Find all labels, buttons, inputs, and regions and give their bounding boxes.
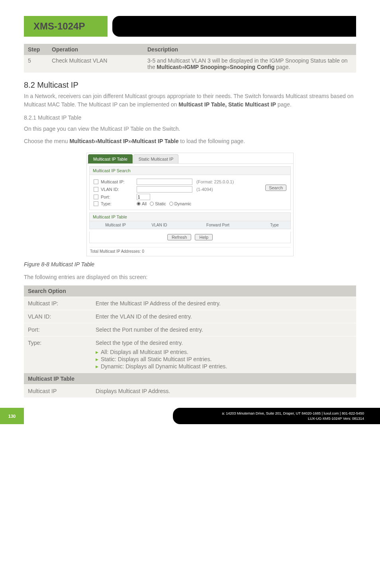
tab-multicast-ip-table[interactable]: Multicast IP Table	[88, 154, 133, 163]
col-operation: Operation	[48, 44, 143, 55]
header-bar: XMS-1024P	[24, 16, 356, 37]
label-type: Type:	[101, 201, 137, 206]
checkbox-vlan-id[interactable]	[94, 187, 98, 192]
step-table: Step Operation Description 5 Check Multi…	[24, 44, 356, 73]
radio-dynamic[interactable]: Dynamic	[169, 201, 192, 206]
subsection-title: 8.2.1 Multicast IP Table	[24, 114, 356, 121]
choose-text: Choose the menu Multicast››Multicast IP›…	[24, 137, 356, 146]
radio-icon	[137, 202, 141, 206]
desc-bold: Multicast››IGMP Snooping››Snooping Confi…	[157, 64, 274, 70]
figure-total-addresses: Total Multicast IP Addresses: 0	[90, 247, 291, 254]
figure-screenshot: Multicast IP Table Static Multicast IP M…	[86, 153, 294, 256]
type-desc-text: Select the type of the desired entry.	[96, 340, 183, 346]
radio-static-label: Static	[155, 201, 166, 206]
help-button[interactable]: Help	[195, 234, 213, 240]
bullet-dynamic: Dynamic: Displays all Dynamic Multicast …	[96, 363, 352, 370]
search-option-header: Search Option	[24, 285, 356, 297]
description-cell: 3-5 and Multicast VLAN 3 will be display…	[143, 55, 356, 73]
operation-cell: Check Multicast VLAN	[48, 55, 143, 73]
checkbox-port[interactable]	[94, 195, 98, 199]
refresh-button[interactable]: Refresh	[167, 234, 192, 240]
footer-address: a: 14203 Minuteman Drive, Suite 201, Dra…	[197, 411, 364, 416]
col-description: Description	[143, 44, 356, 55]
opt-desc-vlan: Enter the VLAN ID of the desired entry.	[92, 310, 356, 323]
input-multicast-ip[interactable]	[137, 179, 192, 185]
desc-text-end: page.	[274, 64, 290, 70]
section-title: 8.2 Multicast IP	[24, 81, 356, 90]
bullet-static: Static: Displays all Static Multicast IP…	[96, 356, 352, 363]
col-multicast-ip: Multicast IP	[90, 221, 141, 229]
radio-group-type: All Static Dynamic	[137, 201, 192, 206]
radio-all-label: All	[142, 201, 147, 206]
radio-icon	[169, 202, 173, 206]
col-type: Type	[259, 221, 290, 229]
label-vlan-id: VLAN ID:	[101, 187, 137, 192]
subsection-text: On this page you can view the Multicast …	[24, 125, 356, 133]
input-vlan-id[interactable]	[137, 186, 192, 193]
radio-icon	[150, 202, 154, 206]
footer-info: a: 14203 Minuteman Drive, Suite 201, Dra…	[173, 408, 380, 424]
options-table: Search Option Multicast IP: Enter the Mu…	[24, 285, 356, 397]
step-cell: 5	[24, 55, 48, 73]
type-bullets: All: Displays all Multicast IP entries. …	[96, 348, 352, 370]
radio-dynamic-label: Dynamic	[174, 201, 192, 206]
opt-desc-mip: Enter the Multicast IP Address of the de…	[92, 297, 356, 310]
opt-label-type: Type:	[24, 336, 92, 374]
choose-pre: Choose the menu	[24, 138, 69, 144]
iptable-header-row: Multicast IP VLAN ID Forward Port Type	[89, 221, 291, 229]
checkbox-multicast-ip[interactable]	[94, 179, 98, 184]
choose-post: to load the following page.	[178, 138, 245, 144]
panel-search-title: Multicast IP Search	[89, 166, 291, 175]
checkbox-type[interactable]	[94, 201, 98, 206]
radio-all[interactable]: All	[137, 201, 147, 206]
opt-label-mip: Multicast IP:	[24, 297, 92, 310]
figure-caption: Figure 8-8 Multicast IP Table	[24, 261, 356, 267]
section-intro: In a Network, receivers can join differe…	[24, 92, 356, 109]
opt-label-multicast-ip: Multicast IP	[24, 385, 92, 398]
opt-desc-port: Select the Port number of the desired en…	[92, 323, 356, 336]
product-tab: XMS-1024P	[24, 16, 108, 37]
panel-iptable-title: Multicast IP Table	[89, 212, 291, 221]
search-button[interactable]: Search	[265, 185, 286, 191]
figure-buttons: Refresh Help	[89, 232, 291, 243]
intro-post: page.	[276, 101, 292, 108]
hint-mip-format: (Format: 225.0.0.1)	[196, 179, 234, 184]
table-row: 5 Check Multicast VLAN 3-5 and Multicast…	[24, 55, 356, 73]
opt-desc-type: Select the type of the desired entry. Al…	[92, 336, 356, 374]
col-step: Step	[24, 44, 48, 55]
panel-search-body: Multicast IP: (Format: 225.0.0.1) VLAN I…	[89, 175, 291, 210]
opt-desc-multicast-ip: Displays Multicast IP Address.	[92, 385, 356, 398]
choose-bold: Multicast››Multicast IP››Multicast IP Ta…	[69, 138, 178, 144]
footer-version: LUX-UG-XMS-1024P Vers: 081314	[197, 416, 364, 421]
opt-label-vlan: VLAN ID:	[24, 310, 92, 323]
opt-label-port: Port:	[24, 323, 92, 336]
header-black-bar	[112, 16, 356, 37]
col-forward-port: Forward Port	[177, 221, 259, 229]
page-footer: 130 a: 14203 Minuteman Drive, Suite 201,…	[0, 408, 380, 424]
select-port[interactable]	[137, 194, 150, 200]
multicast-ip-table-header: Multicast IP Table	[24, 373, 356, 385]
entries-intro: The following entries are displayed on t…	[24, 273, 356, 281]
intro-bold: Multicast IP Table, Static Multicast IP	[178, 101, 276, 108]
page-number: 130	[0, 408, 24, 424]
hint-vlan-range: (1-4094)	[196, 187, 213, 192]
label-port: Port:	[101, 195, 137, 199]
footer-spacer	[24, 408, 173, 424]
figure-tabs: Multicast IP Table Static Multicast IP	[87, 153, 293, 164]
col-vlan-id: VLAN ID	[141, 221, 177, 229]
bullet-all: All: Displays all Multicast IP entries.	[96, 348, 352, 356]
radio-static[interactable]: Static	[150, 201, 166, 206]
label-multicast-ip: Multicast IP:	[101, 179, 137, 184]
tab-static-multicast-ip[interactable]: Static Multicast IP	[133, 154, 178, 163]
